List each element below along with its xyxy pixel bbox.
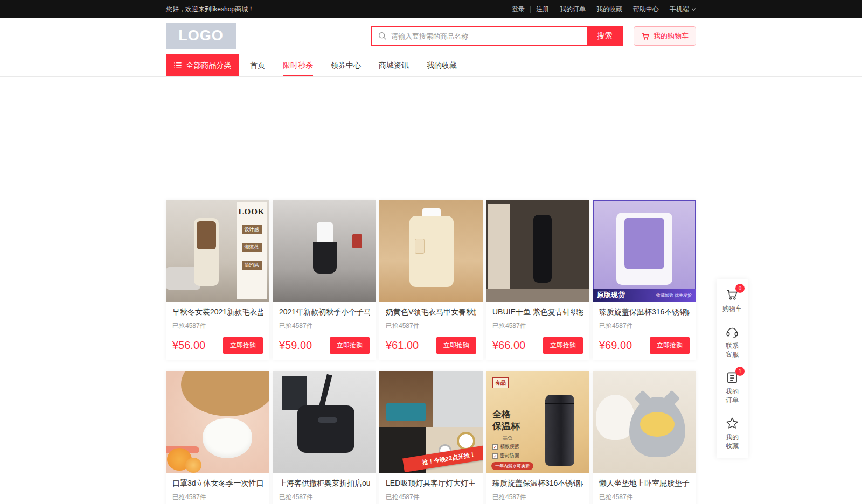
search-icon xyxy=(378,31,387,41)
orders-count-badge: 1 xyxy=(735,367,745,376)
sidebar-item-my-orders[interactable]: 1 我的 订单 xyxy=(725,370,739,404)
product-card[interactable]: 有品 全格 保温杯 黑色 ✓精致便携 ✓密封防漏 ✓316不锈钢 一年内漏水可换… xyxy=(486,371,589,504)
site-logo[interactable]: LOGO xyxy=(166,23,236,49)
product-sold-count: 已抢4587件 xyxy=(492,493,583,502)
topbar: 您好，欢迎来到likeshop商城！ 登录 | 注册 我的订单 我的收藏 帮助中… xyxy=(0,0,862,18)
my-cart-button[interactable]: 我的购物车 xyxy=(634,26,696,46)
image-text: 黑色 xyxy=(503,435,512,442)
nav-item-coupon-center[interactable]: 领券中心 xyxy=(331,54,361,76)
dash-art xyxy=(492,438,500,438)
sidebar-item-label: 订单 xyxy=(726,396,739,404)
check-icon: ✓ xyxy=(492,444,498,450)
mobile-dropdown-label: 手机端 xyxy=(670,5,689,14)
product-title[interactable]: LED吸顶灯具客厅灯大灯主卧... xyxy=(386,479,476,488)
product-price: ¥69.00 xyxy=(599,339,632,352)
image-art xyxy=(297,405,354,453)
image-art xyxy=(203,418,252,458)
product-image[interactable] xyxy=(273,200,376,302)
buy-now-button[interactable]: 立即抢购 xyxy=(436,337,476,354)
topbar-links: 登录 | 注册 我的订单 我的收藏 帮助中心 手机端 xyxy=(512,5,696,14)
product-sold-count: 已抢4587件 xyxy=(492,321,583,331)
product-sold-count: 已抢4587件 xyxy=(172,493,263,502)
nav-item-flash-sale[interactable]: 限时秒杀 xyxy=(283,54,313,76)
cart-icon xyxy=(641,32,650,41)
help-center-link[interactable]: 帮助中心 xyxy=(633,5,659,14)
product-card[interactable]: 2021年新款初秋季小个子马甲... 已抢4587件 ¥59.00 立即抢购 xyxy=(273,200,376,360)
product-card[interactable]: 上海客供撤柜奥莱折扣店outlets 已抢4587件 ¥46.00 立即抢购 xyxy=(273,371,376,504)
search-input[interactable] xyxy=(371,26,587,46)
image-text: 潮流范 xyxy=(242,243,262,252)
category-list-icon xyxy=(173,61,182,69)
sidebar-item-label: 收藏 xyxy=(726,442,739,450)
cart-count-badge: 0 xyxy=(735,284,745,293)
header: LOGO 搜索 我的购物车 xyxy=(0,18,862,54)
product-card[interactable]: 抢！今晚22点开抢！ LED吸顶灯具客厅灯大灯主卧... 已抢4587件 ¥65… xyxy=(379,371,483,504)
product-title[interactable]: 口罩3d立体女冬季一次性口罩 xyxy=(172,479,263,488)
product-card[interactable]: 懒人坐垫地上卧室屁股垫子办... 已抢4587件 ¥19.90 立即抢购 xyxy=(593,371,696,504)
my-cart-label: 我的购物车 xyxy=(654,31,689,41)
sidebar-item-label: 客服 xyxy=(726,350,739,359)
product-grid: LOOK 设计感 潮流范 简约风 早秋冬女装2021新款毛衣盐系... 已抢45… xyxy=(166,200,696,504)
image-banner-text: 原版现货 xyxy=(597,290,625,300)
product-card[interactable]: 原版现货 收藏加购 优先发货 臻质旋盖保温杯316不锈钢内胆... 已抢4587… xyxy=(593,200,696,360)
product-image[interactable] xyxy=(166,371,269,473)
image-text: 设计感 xyxy=(242,225,262,234)
product-image[interactable] xyxy=(273,371,376,473)
image-art xyxy=(185,458,201,473)
product-image[interactable]: 原版现货 收藏加购 优先发货 xyxy=(593,200,696,302)
sidebar-item-label: 我的 xyxy=(726,387,739,396)
product-price: ¥61.00 xyxy=(386,339,419,352)
product-image[interactable]: 有品 全格 保温杯 黑色 ✓精致便携 ✓密封防漏 ✓316不锈钢 一年内漏水可换… xyxy=(486,371,589,473)
image-art xyxy=(640,412,675,437)
product-title[interactable]: 懒人坐垫地上卧室屁股垫子办... xyxy=(599,479,690,488)
product-sold-count: 已抢4587件 xyxy=(599,493,690,502)
product-image[interactable]: 抢！今晚22点开抢！ xyxy=(379,371,483,473)
product-card[interactable]: 奶黄色V领毛衣马甲女春秋慵懒... 已抢4587件 ¥61.00 立即抢购 xyxy=(379,200,483,360)
mobile-dropdown[interactable]: 手机端 xyxy=(670,5,696,14)
product-title[interactable]: 臻质旋盖保温杯316不锈钢内胆... xyxy=(599,307,690,317)
product-card[interactable]: LOOK 设计感 潮流范 简约风 早秋冬女装2021新款毛衣盐系... 已抢45… xyxy=(166,200,269,360)
buy-now-button[interactable]: 立即抢购 xyxy=(330,337,370,354)
my-orders-link[interactable]: 我的订单 xyxy=(560,5,586,14)
buy-now-button[interactable]: 立即抢购 xyxy=(543,337,583,354)
star-icon xyxy=(725,416,739,430)
order-list-icon: 1 xyxy=(725,370,739,384)
product-title[interactable]: UBUIE干鱼 紫色复古针织衫马... xyxy=(492,307,583,317)
sidebar-item-customer-service[interactable]: 联系 客服 xyxy=(725,325,739,359)
image-banner: 原版现货 收藏加购 优先发货 xyxy=(593,289,696,302)
login-link[interactable]: 登录 xyxy=(512,5,525,14)
product-price: ¥66.00 xyxy=(492,339,525,352)
nav-item-my-favorites[interactable]: 我的收藏 xyxy=(427,54,457,76)
main-nav: 全部商品分类 首页 限时秒杀 领券中心 商城资讯 我的收藏 xyxy=(0,54,862,77)
product-sold-count: 已抢4587件 xyxy=(386,321,476,331)
nav-item-home[interactable]: 首页 xyxy=(250,54,265,76)
product-title[interactable]: 2021年新款初秋季小个子马甲... xyxy=(279,307,370,317)
image-headline-line: 保温杯 xyxy=(492,421,520,432)
welcome-text: 您好，欢迎来到likeshop商城！ xyxy=(166,5,254,14)
product-image[interactable]: LOOK 设计感 潮流范 简约风 xyxy=(166,200,269,302)
product-image[interactable] xyxy=(593,371,696,473)
chevron-down-icon xyxy=(691,7,696,12)
buy-now-button[interactable]: 立即抢购 xyxy=(650,337,690,354)
sidebar-item-cart[interactable]: 0 购物车 xyxy=(722,288,742,313)
image-feature: 密封防漏 xyxy=(500,452,519,459)
product-image[interactable] xyxy=(379,200,483,302)
product-card[interactable]: UBUIE干鱼 紫色复古针织衫马... 已抢4587件 ¥66.00 立即抢购 xyxy=(486,200,589,360)
my-favorites-link[interactable]: 我的收藏 xyxy=(596,5,622,14)
buy-now-button[interactable]: 立即抢购 xyxy=(223,337,263,354)
product-image[interactable] xyxy=(486,200,589,302)
product-title[interactable]: 早秋冬女装2021新款毛衣盐系... xyxy=(172,307,263,317)
sidebar-item-my-favorites[interactable]: 我的 收藏 xyxy=(725,416,739,450)
image-art xyxy=(386,403,426,421)
all-categories-button[interactable]: 全部商品分类 xyxy=(166,54,239,76)
product-card[interactable]: 口罩3d立体女冬季一次性口罩 已抢4587件 ¥10.00 立即抢购 xyxy=(166,371,269,504)
product-title[interactable]: 上海客供撤柜奥莱折扣店outlets xyxy=(279,479,370,488)
register-link[interactable]: 注册 xyxy=(536,5,549,14)
nav-item-mall-news[interactable]: 商城资讯 xyxy=(379,54,409,76)
product-sold-count: 已抢4587件 xyxy=(279,493,370,502)
product-sold-count: 已抢4587件 xyxy=(172,321,263,331)
search-button[interactable]: 搜索 xyxy=(587,26,623,46)
product-title[interactable]: 臻质旋盖保温杯316不锈钢内胆... xyxy=(492,479,583,488)
product-title[interactable]: 奶黄色V领毛衣马甲女春秋慵懒... xyxy=(386,307,476,317)
image-art xyxy=(352,234,362,248)
